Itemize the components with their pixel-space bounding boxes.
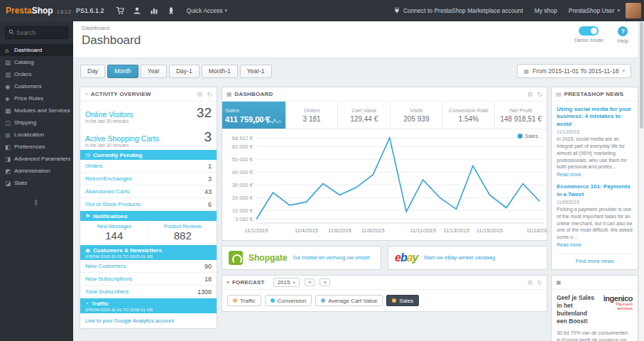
- marketplace-link[interactable]: Connect to PrestaShop Marketplace accoun…: [393, 6, 523, 15]
- demo-mode-toggle[interactable]: Demo mode: [574, 26, 604, 44]
- people-icon: ◉: [85, 247, 90, 254]
- chart-legend[interactable]: Sales: [518, 133, 538, 139]
- row-value: 43: [204, 188, 212, 195]
- sidebar-item-catalog[interactable]: ▤Catalog: [0, 56, 73, 68]
- new-messages-cell[interactable]: New Messages 144: [80, 221, 149, 245]
- prestashop-logo[interactable]: PrestaShop 1.6.1.2: [0, 6, 73, 16]
- kpi-orders-tab[interactable]: Orders 3 181: [286, 102, 339, 129]
- cart-icon[interactable]: [116, 6, 124, 15]
- rocket-icon[interactable]: [167, 6, 175, 15]
- sidebar-item-orders[interactable]: ▥Orders: [0, 68, 73, 80]
- sidebar-item-customers[interactable]: ◉Customers: [0, 80, 73, 92]
- online-visitors-metric[interactable]: Online Visitors 32 in the last 30 minute…: [80, 102, 217, 126]
- collapse-chevron-icon[interactable]: ▾: [227, 279, 229, 286]
- dashboard-content: ◔ ACTIVITY OVERVIEW ⚙ ↻ Online Visitors …: [73, 84, 638, 341]
- ebay-module-card[interactable]: ebay Start uw eBay-winkel vandaag: [388, 246, 547, 270]
- refresh-icon[interactable]: ↻: [537, 91, 542, 98]
- kpi-sales-tab[interactable]: Sales 411 759,00 €: [222, 102, 286, 129]
- sidebar-item-modules[interactable]: ▦Modules and Services: [0, 104, 73, 117]
- my-shop-link[interactable]: My shop: [535, 7, 557, 14]
- sidebar-item-administration[interactable]: ◩Administration: [0, 165, 73, 177]
- vertical-scrollbar[interactable]: [638, 21, 644, 341]
- search-input[interactable]: [16, 29, 67, 36]
- filter-month-1-button[interactable]: Month-1: [202, 65, 238, 78]
- breadcrumb[interactable]: Dashboard: [82, 25, 630, 31]
- news-article-date: 11/05/2015: [557, 200, 633, 205]
- legend-dot-icon: [518, 134, 523, 139]
- forecast-legend-sales[interactable]: Sales: [386, 295, 419, 306]
- toggle-switch-icon[interactable]: [579, 26, 599, 36]
- forecast-legend-average-cart-value[interactable]: Average Cart Value: [315, 295, 383, 306]
- row-label: Return/Exchanges: [85, 175, 132, 182]
- year-select[interactable]: 2015 ▾: [273, 278, 300, 287]
- sidebar-item-preferences[interactable]: ◧Preferences: [0, 141, 73, 153]
- employee-icon[interactable]: [133, 6, 141, 15]
- sidebar-item-advanced-parameters[interactable]: ◨Advanced Parameters: [0, 153, 73, 165]
- kpi-net-profit-tab[interactable]: Net Profit 148 918,51 €: [495, 102, 547, 129]
- shopgate-module-card[interactable]: Shopgate Ga mobiel en verhoog uw omzet: [222, 246, 381, 270]
- forecast-legend-traffic[interactable]: Traffic: [227, 295, 261, 306]
- find-more-news-link[interactable]: Find more news: [557, 254, 633, 266]
- customers-row-new-customers[interactable]: New Customers90: [80, 260, 217, 273]
- kpi-visits-tab[interactable]: Visits 205 939: [391, 102, 443, 129]
- shopgate-link[interactable]: Ga mobiel en verhoog uw omzet: [293, 254, 370, 261]
- activity-icon: ◔: [84, 91, 88, 97]
- next-year-button[interactable]: »: [320, 278, 329, 286]
- refresh-icon[interactable]: ↻: [537, 279, 542, 286]
- row-value: 90: [204, 263, 212, 270]
- sidebar-collapse-button[interactable]: ‖: [0, 199, 73, 207]
- section-title: Currently Pending: [93, 152, 142, 158]
- gear-icon[interactable]: ⚙: [527, 91, 533, 98]
- filter-day-button[interactable]: Day: [80, 65, 105, 78]
- shop-name[interactable]: PS1.6.1.2: [76, 7, 104, 14]
- filter-year-1-button[interactable]: Year-1: [240, 65, 272, 78]
- scrollbar-thumb[interactable]: [640, 22, 643, 129]
- customers-row-new-subscriptions[interactable]: New Subscriptions18: [80, 273, 217, 286]
- stats-icon[interactable]: [150, 6, 158, 15]
- gear-icon[interactable]: ⚙: [527, 279, 533, 286]
- active-carts-metric[interactable]: Active Shopping Carts 3 in the last 30 m…: [80, 126, 217, 150]
- forecast-panel: ▾ FORECAST 2015 ▾ « » ⚙ ↻ Traffic Conver: [222, 275, 547, 312]
- svg-text:11/13/2015: 11/13/2015: [443, 227, 469, 234]
- forecast-legend-conversion[interactable]: Conversion: [265, 295, 312, 306]
- news-article-title[interactable]: Ecommerce 101: Payments in a Tweet: [557, 183, 633, 198]
- google-analytics-link[interactable]: Link to your Google Analytics account: [80, 313, 217, 328]
- sidebar-item-stats[interactable]: ◪Stats: [0, 177, 73, 189]
- sidebar-search[interactable]: [5, 26, 68, 39]
- refresh-icon[interactable]: ↻: [207, 91, 212, 98]
- product-reviews-cell[interactable]: Product Reviews 882: [149, 221, 217, 245]
- quick-access-menu[interactable]: Quick Access ▾: [187, 7, 228, 14]
- customers-row-total-subscribers[interactable]: Total Subscribers1308: [80, 286, 217, 298]
- panel-title: DASHBOARD: [235, 91, 273, 97]
- row-value: 1308: [197, 288, 212, 296]
- brand-text: Presta: [6, 6, 32, 16]
- kpi-conversion-rate-tab[interactable]: Conversion Rate 1.54%: [443, 102, 496, 129]
- search-icon: [9, 29, 14, 36]
- read-more-link[interactable]: Read more: [557, 172, 582, 177]
- help-button[interactable]: ? Help: [618, 26, 628, 44]
- news-article-title[interactable]: Using social media for your business: 4 …: [557, 106, 633, 128]
- sidebar-item-dashboard[interactable]: ⌂Dashboard: [0, 44, 73, 56]
- read-more-link[interactable]: Read more: [557, 242, 582, 247]
- sidebar-item-localization[interactable]: ◍Localization: [0, 129, 73, 141]
- sidebar-item-shipping[interactable]: ◫Shipping: [0, 117, 73, 129]
- kpi-label: Orders: [289, 107, 335, 114]
- date-range-picker[interactable]: ▦ From 2015-11-01 To 2015-11-18 ▾: [517, 64, 631, 78]
- sidebar-item-price-rules[interactable]: ◈Price Rules: [0, 92, 73, 104]
- prev-year-button[interactable]: «: [305, 278, 315, 286]
- filter-day-1-button[interactable]: Day-1: [169, 65, 200, 78]
- pending-row-out-of-stock[interactable]: Out of Stock Products6: [80, 198, 217, 211]
- administration-icon: ◩: [5, 168, 14, 175]
- filter-year-button[interactable]: Year: [141, 65, 167, 78]
- user-menu[interactable]: PrestaShop User ▾: [569, 7, 620, 14]
- filter-month-button[interactable]: Month: [107, 65, 138, 78]
- ebay-link[interactable]: Start uw eBay-winkel vandaag: [424, 254, 496, 261]
- my-shop-label: My shop: [535, 7, 557, 14]
- pending-row-orders[interactable]: Orders1: [80, 160, 217, 173]
- avatar[interactable]: [626, 3, 641, 18]
- gear-icon[interactable]: ⚙: [197, 91, 202, 98]
- pending-row-returns[interactable]: Return/Exchanges3: [80, 173, 217, 185]
- ebay-logo-icon: ebay: [395, 251, 418, 264]
- kpi-cart-value-tab[interactable]: Cart Value 129,44 €: [338, 102, 391, 129]
- pending-row-abandoned-carts[interactable]: Abandoned Carts43: [80, 185, 217, 198]
